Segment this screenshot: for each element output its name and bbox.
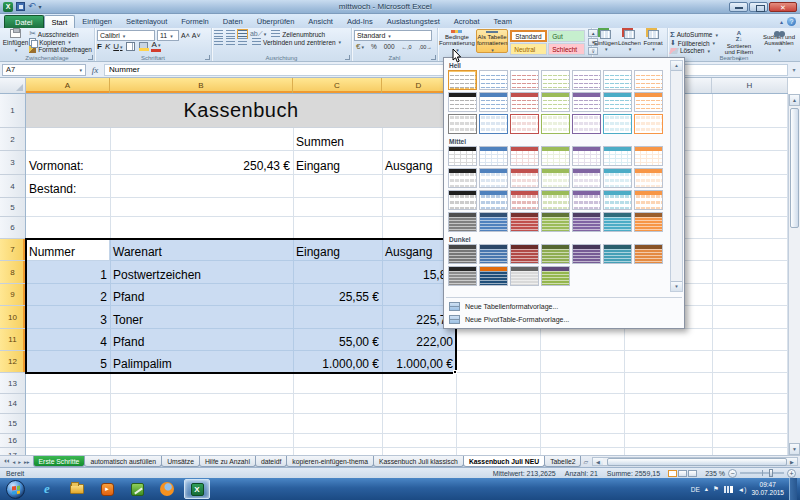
table-style-thumb[interactable] xyxy=(603,70,632,90)
increase-decimal-icon[interactable]: ←,0 xyxy=(400,43,414,51)
insert-cells-button[interactable]: Einfügen xyxy=(594,29,618,53)
fill-color-icon[interactable] xyxy=(138,42,148,51)
table-style-thumb[interactable] xyxy=(510,190,539,210)
table-style-thumb[interactable] xyxy=(448,190,477,210)
maximize-button[interactable] xyxy=(749,2,768,12)
select-all-corner[interactable] xyxy=(0,78,26,93)
vertical-scrollbar[interactable]: ▲ ▼ xyxy=(788,94,800,455)
cell-B12[interactable]: Palimpalim xyxy=(110,351,293,373)
row-header-5[interactable]: 5 xyxy=(0,198,25,217)
table-style-thumb[interactable] xyxy=(572,212,601,232)
cell-B3[interactable]: 250,43 € xyxy=(110,151,293,175)
table-style-thumb[interactable] xyxy=(510,70,539,90)
sheet-tab-dateidf[interactable]: dateidf xyxy=(255,456,287,467)
cell-C3[interactable]: Eingang xyxy=(293,151,382,175)
table-style-thumb[interactable] xyxy=(479,168,508,188)
align-center-icon[interactable] xyxy=(226,38,235,46)
prev-sheet-icon[interactable]: ◂ xyxy=(12,459,17,465)
last-sheet-icon[interactable]: ▸▸ xyxy=(23,459,31,465)
volume-icon[interactable]: ◄) xyxy=(738,486,747,493)
new-table-style-item[interactable]: Neue Tabellenformatvorlage... xyxy=(446,300,682,313)
cell-A10[interactable]: 3 xyxy=(26,306,110,329)
tray-hidden-icons-icon[interactable]: ▴ xyxy=(705,485,708,493)
row-header-15[interactable]: 15 xyxy=(0,414,25,434)
ribbon-tab-einfügen[interactable]: Einfügen xyxy=(75,15,119,28)
format-cells-button[interactable]: Format xyxy=(641,29,665,53)
underline-button[interactable]: U xyxy=(113,42,122,51)
align-left-icon[interactable] xyxy=(214,38,223,46)
table-style-thumb[interactable] xyxy=(541,244,570,264)
table-style-thumb[interactable] xyxy=(603,92,632,112)
new-pivot-style-item[interactable]: Neue PivotTable-Formatvorlage... xyxy=(446,313,682,326)
name-box-dropdown-icon[interactable] xyxy=(78,65,82,74)
zoom-slider-thumb[interactable] xyxy=(769,469,773,477)
cell-A1[interactable]: Kassenbuch xyxy=(26,94,456,128)
align-bottom-icon[interactable] xyxy=(238,30,247,38)
row-header-6[interactable]: 6 xyxy=(0,217,25,239)
sheet-tab-kopieren-einfügen-thema[interactable]: kopieren-einfügen-thema xyxy=(286,456,374,467)
row-header-13[interactable]: 13 xyxy=(0,373,25,394)
ribbon-tab-formeln[interactable]: Formeln xyxy=(174,15,216,28)
table-style-thumb[interactable] xyxy=(603,190,632,210)
table-style-thumb[interactable] xyxy=(510,244,539,264)
cell-C12[interactable]: 1.000,00 € xyxy=(293,351,382,373)
table-style-thumb[interactable] xyxy=(448,92,477,112)
network-icon[interactable] xyxy=(724,486,733,493)
sheet-tab-erste-schritte[interactable]: Erste Schritte xyxy=(33,456,86,467)
cell-C9[interactable]: 25,55 € xyxy=(293,284,382,306)
table-style-thumb[interactable] xyxy=(572,92,601,112)
start-button[interactable] xyxy=(6,480,25,499)
row-header-17[interactable]: 17 xyxy=(0,448,25,455)
formula-bar-expand-icon[interactable]: ▾ xyxy=(788,66,800,73)
cell-C11[interactable]: 55,00 € xyxy=(293,329,382,351)
zoom-in-icon[interactable]: + xyxy=(787,469,796,478)
table-style-thumb[interactable] xyxy=(510,212,539,232)
ribbon-tab-überprüfen[interactable]: Überprüfen xyxy=(250,15,302,28)
table-style-thumb[interactable] xyxy=(479,212,508,232)
action-center-flag-icon[interactable]: ⚑ xyxy=(713,485,719,493)
horizontal-scroll-thumb[interactable] xyxy=(607,458,787,466)
table-style-thumb[interactable] xyxy=(479,70,508,90)
percent-format-button[interactable]: % xyxy=(369,42,379,51)
clear-button[interactable]: Löschen xyxy=(670,47,718,54)
dialog-launcher-icon[interactable] xyxy=(205,55,210,60)
tray-language[interactable]: DE xyxy=(691,486,700,493)
scroll-up-icon[interactable]: ▲ xyxy=(789,94,800,106)
table-style-thumb[interactable] xyxy=(479,244,508,264)
table-style-thumb[interactable] xyxy=(634,114,663,134)
table-style-thumb[interactable] xyxy=(448,146,477,166)
ribbon-tab-seitenlayout[interactable]: Seitenlayout xyxy=(119,15,174,28)
dialog-launcher-icon[interactable] xyxy=(345,55,350,60)
table-style-thumb[interactable] xyxy=(634,244,663,264)
font-name-combo[interactable]: Calibri xyxy=(97,30,155,41)
format-painter-button[interactable]: Format übertragen xyxy=(29,46,92,53)
table-style-thumb[interactable] xyxy=(448,212,477,232)
wrap-text-button[interactable]: Zeilenumbruch xyxy=(271,30,325,38)
table-style-thumb[interactable] xyxy=(634,92,663,112)
row-header-14[interactable]: 14 xyxy=(0,394,25,414)
row-header-11[interactable]: 11 xyxy=(0,329,25,351)
table-style-thumb[interactable] xyxy=(510,266,539,286)
sheet-tab-kassenbuch-juli-klassisch[interactable]: Kassenbuch Juli klassisch xyxy=(373,456,464,467)
ribbon-tab-datei[interactable]: Datei xyxy=(4,15,44,28)
table-style-thumb[interactable] xyxy=(634,190,663,210)
table-style-thumb[interactable] xyxy=(572,70,601,90)
row-header-8[interactable]: 8 xyxy=(0,261,25,284)
cell-A9[interactable]: 2 xyxy=(26,284,110,306)
cell-style-schlecht[interactable]: Schlecht xyxy=(548,43,585,55)
paste-button[interactable]: Einfügen xyxy=(2,29,29,53)
cell-A4[interactable]: Bestand: xyxy=(26,175,110,198)
table-style-thumb[interactable] xyxy=(448,168,477,188)
next-sheet-icon[interactable]: ▸ xyxy=(17,459,22,465)
table-style-thumb[interactable] xyxy=(541,146,570,166)
sheet-tab-automatisch-ausfüllen[interactable]: automatisch ausfüllen xyxy=(84,456,162,467)
show-desktop-button[interactable] xyxy=(789,478,797,500)
table-style-thumb[interactable] xyxy=(479,146,508,166)
table-style-thumb[interactable] xyxy=(572,244,601,264)
taskbar-app-green[interactable] xyxy=(124,479,150,499)
row-header-2[interactable]: 2 xyxy=(0,128,25,151)
insert-function-icon[interactable]: fx xyxy=(86,65,104,75)
table-style-thumb[interactable] xyxy=(510,114,539,134)
save-icon[interactable] xyxy=(16,2,25,11)
cell-B7[interactable]: Warenart xyxy=(110,239,293,261)
